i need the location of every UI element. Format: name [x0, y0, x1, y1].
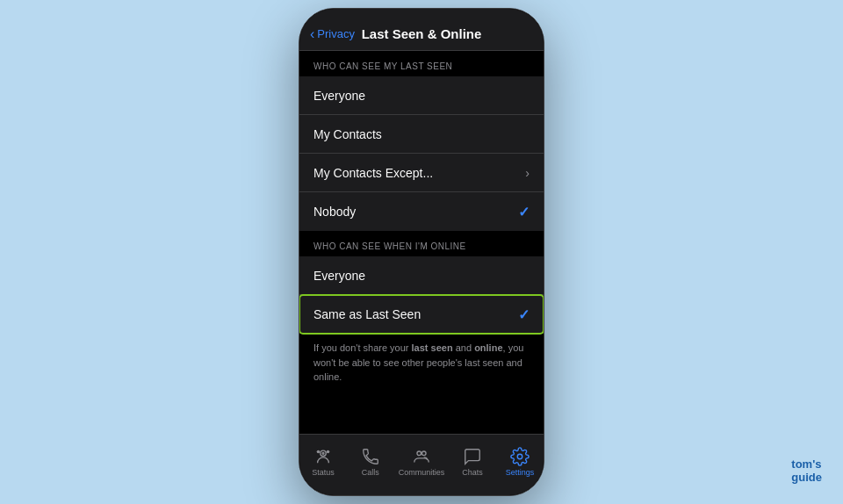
- screen: ‹ Privacy Last Seen & Online WHO CAN SEE…: [299, 9, 544, 495]
- svg-point-3: [317, 450, 321, 453]
- tab-communities-label: Communities: [399, 468, 445, 477]
- back-label: Privacy: [317, 27, 355, 40]
- watermark: tom's guide: [791, 457, 822, 485]
- item-label: My Contacts: [313, 127, 382, 141]
- calls-icon: [361, 447, 380, 466]
- chats-icon: [463, 447, 482, 466]
- chevron-icon: ›: [525, 166, 530, 180]
- svg-point-0: [321, 450, 326, 456]
- section-online-header: WHO CAN SEE WHEN I'M ONLINE: [299, 231, 544, 256]
- tab-status-label: Status: [312, 468, 335, 477]
- svg-point-6: [517, 454, 522, 459]
- item-label: Everyone: [313, 269, 365, 283]
- watermark-line2: guide: [791, 471, 822, 485]
- phone-frame: ‹ Privacy Last Seen & Online WHO CAN SEE…: [299, 8, 544, 496]
- tab-communities[interactable]: Communities: [399, 447, 445, 477]
- checkmark-icon: ✓: [518, 306, 530, 323]
- watermark-line1: tom's: [791, 457, 822, 472]
- list-item[interactable]: Everyone: [299, 256, 544, 295]
- tab-status[interactable]: Status: [304, 447, 342, 477]
- tab-bar: Status Calls Communities: [299, 434, 544, 495]
- item-label: Nobody: [313, 205, 356, 219]
- back-chevron-icon: ‹: [310, 26, 314, 42]
- page-title: Last Seen & Online: [362, 26, 482, 41]
- back-button[interactable]: ‹ Privacy: [310, 26, 355, 42]
- checkmark-icon: ✓: [518, 204, 530, 220]
- communities-icon: [412, 447, 431, 466]
- tab-chats-label: Chats: [462, 468, 483, 477]
- svg-point-1: [322, 452, 324, 454]
- tab-chats[interactable]: Chats: [453, 447, 492, 477]
- tab-calls[interactable]: Calls: [351, 447, 390, 477]
- status-icon: [313, 447, 333, 466]
- svg-point-5: [422, 451, 426, 456]
- last-seen-list: Everyone My Contacts My Contacts Except.…: [299, 76, 544, 231]
- content-area: WHO CAN SEE MY LAST SEEN Everyone My Con…: [299, 51, 544, 434]
- svg-point-4: [417, 451, 422, 456]
- section-last-seen-header: WHO CAN SEE MY LAST SEEN: [299, 51, 544, 76]
- info-text: If you don't share your last seen and on…: [299, 334, 544, 395]
- tab-calls-label: Calls: [362, 468, 379, 477]
- list-item-selected[interactable]: Same as Last Seen ✓: [299, 295, 544, 334]
- list-item[interactable]: Everyone: [299, 76, 544, 115]
- item-label: Same as Last Seen: [313, 307, 421, 321]
- svg-point-2: [327, 450, 330, 453]
- tab-settings[interactable]: Settings: [501, 447, 539, 477]
- header: ‹ Privacy Last Seen & Online: [299, 9, 544, 51]
- list-item[interactable]: My Contacts Except... ›: [299, 154, 544, 192]
- settings-icon: [510, 447, 530, 466]
- tab-settings-label: Settings: [506, 468, 535, 477]
- item-label: Everyone: [313, 89, 365, 103]
- list-item[interactable]: My Contacts: [299, 115, 544, 154]
- online-list: Everyone Same as Last Seen ✓: [299, 256, 544, 334]
- list-item[interactable]: Nobody ✓: [299, 192, 544, 231]
- item-label: My Contacts Except...: [313, 166, 433, 180]
